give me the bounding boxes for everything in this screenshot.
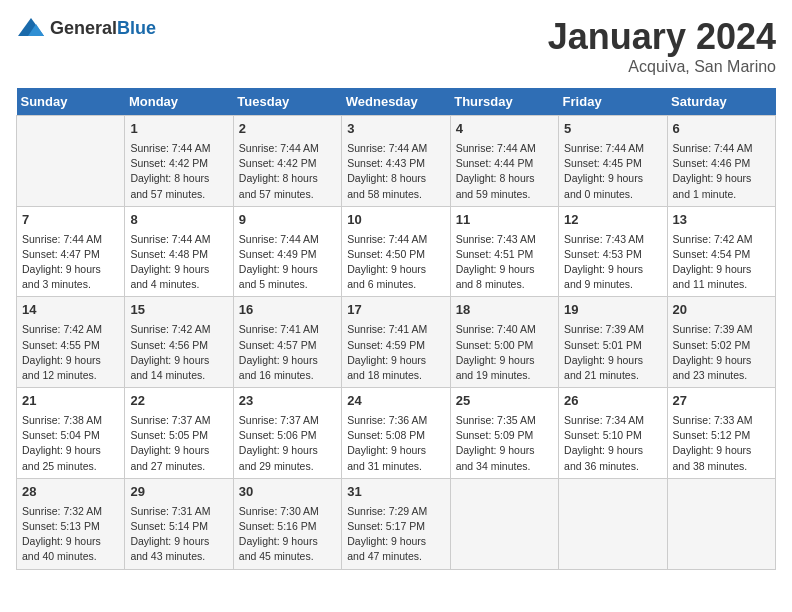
day-number: 13 [673,211,770,230]
day-info: Sunrise: 7:44 AMSunset: 4:47 PMDaylight:… [22,232,119,293]
calendar-cell: 31Sunrise: 7:29 AMSunset: 5:17 PMDayligh… [342,478,450,569]
calendar-week-row: 21Sunrise: 7:38 AMSunset: 5:04 PMDayligh… [17,388,776,479]
day-number: 30 [239,483,336,502]
day-number: 9 [239,211,336,230]
weekday-header: Saturday [667,88,775,116]
calendar-cell: 10Sunrise: 7:44 AMSunset: 4:50 PMDayligh… [342,206,450,297]
weekday-header: Friday [559,88,667,116]
day-number: 6 [673,120,770,139]
calendar-cell: 4Sunrise: 7:44 AMSunset: 4:44 PMDaylight… [450,116,558,207]
weekday-header: Wednesday [342,88,450,116]
calendar-cell: 22Sunrise: 7:37 AMSunset: 5:05 PMDayligh… [125,388,233,479]
calendar-week-row: 14Sunrise: 7:42 AMSunset: 4:55 PMDayligh… [17,297,776,388]
day-info: Sunrise: 7:44 AMSunset: 4:45 PMDaylight:… [564,141,661,202]
calendar-cell: 8Sunrise: 7:44 AMSunset: 4:48 PMDaylight… [125,206,233,297]
day-info: Sunrise: 7:44 AMSunset: 4:48 PMDaylight:… [130,232,227,293]
calendar-cell: 27Sunrise: 7:33 AMSunset: 5:12 PMDayligh… [667,388,775,479]
day-number: 27 [673,392,770,411]
calendar-cell [450,478,558,569]
day-info: Sunrise: 7:44 AMSunset: 4:43 PMDaylight:… [347,141,444,202]
day-number: 2 [239,120,336,139]
day-number: 18 [456,301,553,320]
calendar-cell: 7Sunrise: 7:44 AMSunset: 4:47 PMDaylight… [17,206,125,297]
calendar-cell: 28Sunrise: 7:32 AMSunset: 5:13 PMDayligh… [17,478,125,569]
calendar-cell: 20Sunrise: 7:39 AMSunset: 5:02 PMDayligh… [667,297,775,388]
day-number: 28 [22,483,119,502]
logo-text-general: General [50,18,117,38]
calendar-cell: 11Sunrise: 7:43 AMSunset: 4:51 PMDayligh… [450,206,558,297]
day-info: Sunrise: 7:41 AMSunset: 4:59 PMDaylight:… [347,322,444,383]
day-info: Sunrise: 7:36 AMSunset: 5:08 PMDaylight:… [347,413,444,474]
weekday-header: Sunday [17,88,125,116]
day-number: 26 [564,392,661,411]
day-info: Sunrise: 7:44 AMSunset: 4:49 PMDaylight:… [239,232,336,293]
day-number: 3 [347,120,444,139]
day-info: Sunrise: 7:43 AMSunset: 4:53 PMDaylight:… [564,232,661,293]
calendar-cell: 30Sunrise: 7:30 AMSunset: 5:16 PMDayligh… [233,478,341,569]
page-header: GeneralBlue January 2024 Acquiva, San Ma… [16,16,776,76]
calendar-cell: 14Sunrise: 7:42 AMSunset: 4:55 PMDayligh… [17,297,125,388]
day-info: Sunrise: 7:44 AMSunset: 4:42 PMDaylight:… [239,141,336,202]
day-number: 29 [130,483,227,502]
day-number: 11 [456,211,553,230]
calendar-week-row: 7Sunrise: 7:44 AMSunset: 4:47 PMDaylight… [17,206,776,297]
day-number: 12 [564,211,661,230]
day-info: Sunrise: 7:44 AMSunset: 4:46 PMDaylight:… [673,141,770,202]
day-info: Sunrise: 7:30 AMSunset: 5:16 PMDaylight:… [239,504,336,565]
day-number: 7 [22,211,119,230]
day-info: Sunrise: 7:37 AMSunset: 5:05 PMDaylight:… [130,413,227,474]
calendar-cell: 9Sunrise: 7:44 AMSunset: 4:49 PMDaylight… [233,206,341,297]
day-number: 16 [239,301,336,320]
day-number: 8 [130,211,227,230]
weekday-header: Monday [125,88,233,116]
calendar-cell: 19Sunrise: 7:39 AMSunset: 5:01 PMDayligh… [559,297,667,388]
location-title: Acquiva, San Marino [548,58,776,76]
calendar-week-row: 1Sunrise: 7:44 AMSunset: 4:42 PMDaylight… [17,116,776,207]
day-info: Sunrise: 7:39 AMSunset: 5:02 PMDaylight:… [673,322,770,383]
day-info: Sunrise: 7:32 AMSunset: 5:13 PMDaylight:… [22,504,119,565]
calendar-cell: 21Sunrise: 7:38 AMSunset: 5:04 PMDayligh… [17,388,125,479]
day-info: Sunrise: 7:34 AMSunset: 5:10 PMDaylight:… [564,413,661,474]
day-info: Sunrise: 7:42 AMSunset: 4:54 PMDaylight:… [673,232,770,293]
day-number: 21 [22,392,119,411]
day-number: 20 [673,301,770,320]
day-info: Sunrise: 7:44 AMSunset: 4:44 PMDaylight:… [456,141,553,202]
logo-icon [16,16,46,40]
day-info: Sunrise: 7:43 AMSunset: 4:51 PMDaylight:… [456,232,553,293]
calendar-cell: 13Sunrise: 7:42 AMSunset: 4:54 PMDayligh… [667,206,775,297]
calendar-cell: 29Sunrise: 7:31 AMSunset: 5:14 PMDayligh… [125,478,233,569]
calendar-cell [17,116,125,207]
calendar-cell [559,478,667,569]
calendar-cell: 23Sunrise: 7:37 AMSunset: 5:06 PMDayligh… [233,388,341,479]
day-number: 24 [347,392,444,411]
calendar-table: SundayMondayTuesdayWednesdayThursdayFrid… [16,88,776,570]
day-info: Sunrise: 7:37 AMSunset: 5:06 PMDaylight:… [239,413,336,474]
day-info: Sunrise: 7:42 AMSunset: 4:56 PMDaylight:… [130,322,227,383]
day-info: Sunrise: 7:40 AMSunset: 5:00 PMDaylight:… [456,322,553,383]
day-info: Sunrise: 7:44 AMSunset: 4:42 PMDaylight:… [130,141,227,202]
day-info: Sunrise: 7:35 AMSunset: 5:09 PMDaylight:… [456,413,553,474]
weekday-header: Thursday [450,88,558,116]
day-number: 4 [456,120,553,139]
day-number: 31 [347,483,444,502]
day-number: 22 [130,392,227,411]
day-info: Sunrise: 7:41 AMSunset: 4:57 PMDaylight:… [239,322,336,383]
calendar-cell: 12Sunrise: 7:43 AMSunset: 4:53 PMDayligh… [559,206,667,297]
calendar-cell: 1Sunrise: 7:44 AMSunset: 4:42 PMDaylight… [125,116,233,207]
day-info: Sunrise: 7:29 AMSunset: 5:17 PMDaylight:… [347,504,444,565]
calendar-cell: 6Sunrise: 7:44 AMSunset: 4:46 PMDaylight… [667,116,775,207]
calendar-cell: 16Sunrise: 7:41 AMSunset: 4:57 PMDayligh… [233,297,341,388]
logo: GeneralBlue [16,16,156,40]
day-number: 1 [130,120,227,139]
day-number: 25 [456,392,553,411]
calendar-cell: 24Sunrise: 7:36 AMSunset: 5:08 PMDayligh… [342,388,450,479]
day-number: 5 [564,120,661,139]
day-number: 14 [22,301,119,320]
calendar-cell: 26Sunrise: 7:34 AMSunset: 5:10 PMDayligh… [559,388,667,479]
calendar-cell: 18Sunrise: 7:40 AMSunset: 5:00 PMDayligh… [450,297,558,388]
calendar-cell: 17Sunrise: 7:41 AMSunset: 4:59 PMDayligh… [342,297,450,388]
day-info: Sunrise: 7:39 AMSunset: 5:01 PMDaylight:… [564,322,661,383]
day-number: 23 [239,392,336,411]
day-info: Sunrise: 7:33 AMSunset: 5:12 PMDaylight:… [673,413,770,474]
day-number: 19 [564,301,661,320]
